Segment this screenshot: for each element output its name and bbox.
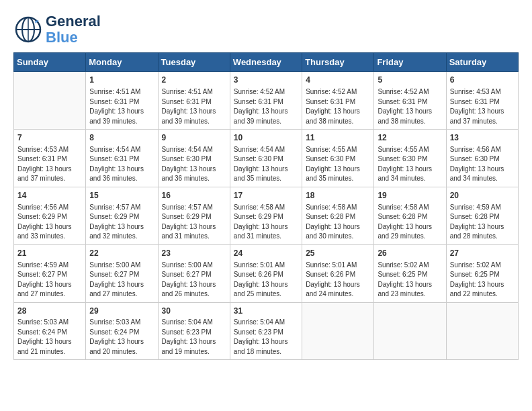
header-monday: Monday <box>86 53 158 72</box>
header-saturday: Saturday <box>446 53 518 72</box>
day-info: Sunrise: 4:58 AM Sunset: 6:29 PM Dayligh… <box>234 203 298 242</box>
calendar-cell: 1Sunrise: 4:51 AM Sunset: 6:31 PM Daylig… <box>86 72 158 130</box>
day-number: 20 <box>450 190 515 201</box>
calendar-cell: 14Sunrise: 4:56 AM Sunset: 6:29 PM Dayli… <box>14 187 86 244</box>
calendar-cell: 16Sunrise: 4:57 AM Sunset: 6:29 PM Dayli… <box>158 187 230 244</box>
calendar-cell <box>14 72 86 130</box>
logo-general: General <box>46 13 101 30</box>
day-number: 4 <box>306 75 370 86</box>
day-info: Sunrise: 4:58 AM Sunset: 6:28 PM Dayligh… <box>378 203 442 242</box>
day-number: 18 <box>306 190 370 201</box>
day-info: Sunrise: 4:52 AM Sunset: 6:31 PM Dayligh… <box>306 87 370 126</box>
day-info: Sunrise: 4:53 AM Sunset: 6:31 PM Dayligh… <box>17 145 82 184</box>
day-number: 11 <box>306 132 370 144</box>
day-info: Sunrise: 5:01 AM Sunset: 6:26 PM Dayligh… <box>306 261 370 300</box>
day-number: 7 <box>17 132 82 144</box>
calendar-cell: 15Sunrise: 4:57 AM Sunset: 6:29 PM Dayli… <box>86 187 158 244</box>
day-info: Sunrise: 4:55 AM Sunset: 6:30 PM Dayligh… <box>306 145 370 184</box>
header-sunday: Sunday <box>14 53 86 72</box>
day-number: 16 <box>162 190 226 201</box>
calendar-cell: 8Sunrise: 4:54 AM Sunset: 6:31 PM Daylig… <box>86 130 158 187</box>
day-number: 5 <box>378 75 442 86</box>
day-info: Sunrise: 4:56 AM Sunset: 6:29 PM Dayligh… <box>17 203 82 242</box>
day-info: Sunrise: 4:51 AM Sunset: 6:31 PM Dayligh… <box>162 87 226 126</box>
calendar-week-2: 7Sunrise: 4:53 AM Sunset: 6:31 PM Daylig… <box>14 130 519 187</box>
day-number: 8 <box>89 132 154 144</box>
day-number: 25 <box>306 248 370 259</box>
day-number: 29 <box>89 306 154 317</box>
day-info: Sunrise: 5:00 AM Sunset: 6:27 PM Dayligh… <box>89 261 154 300</box>
day-number: 17 <box>234 190 298 201</box>
day-number: 22 <box>89 248 154 259</box>
day-info: Sunrise: 4:57 AM Sunset: 6:29 PM Dayligh… <box>162 203 226 242</box>
day-info: Sunrise: 5:02 AM Sunset: 6:25 PM Dayligh… <box>378 261 442 300</box>
calendar-cell: 25Sunrise: 5:01 AM Sunset: 6:26 PM Dayli… <box>302 244 374 302</box>
day-number: 27 <box>450 248 515 259</box>
day-number: 10 <box>234 132 298 144</box>
calendar-cell: 29Sunrise: 5:03 AM Sunset: 6:24 PM Dayli… <box>86 302 158 360</box>
calendar-cell: 5Sunrise: 4:52 AM Sunset: 6:31 PM Daylig… <box>374 72 446 130</box>
day-info: Sunrise: 4:57 AM Sunset: 6:29 PM Dayligh… <box>89 203 154 242</box>
calendar-cell <box>374 302 446 360</box>
day-info: Sunrise: 5:02 AM Sunset: 6:25 PM Dayligh… <box>450 261 515 300</box>
day-number: 3 <box>234 75 298 86</box>
calendar-cell: 22Sunrise: 5:00 AM Sunset: 6:27 PM Dayli… <box>86 244 158 302</box>
day-number: 15 <box>89 190 154 201</box>
calendar-cell: 9Sunrise: 4:54 AM Sunset: 6:30 PM Daylig… <box>158 130 230 187</box>
calendar-cell: 3Sunrise: 4:52 AM Sunset: 6:31 PM Daylig… <box>230 72 302 130</box>
calendar-cell: 24Sunrise: 5:01 AM Sunset: 6:26 PM Dayli… <box>230 244 302 302</box>
calendar-cell: 30Sunrise: 5:04 AM Sunset: 6:23 PM Dayli… <box>158 302 230 360</box>
calendar-cell: 17Sunrise: 4:58 AM Sunset: 6:29 PM Dayli… <box>230 187 302 244</box>
calendar-cell: 19Sunrise: 4:58 AM Sunset: 6:28 PM Dayli… <box>374 187 446 244</box>
logo-blue: Blue <box>46 30 101 46</box>
calendar-table: SundayMondayTuesdayWednesdayThursdayFrid… <box>13 52 519 360</box>
header-friday: Friday <box>374 53 446 72</box>
calendar-cell: 6Sunrise: 4:53 AM Sunset: 6:31 PM Daylig… <box>446 72 518 130</box>
calendar-week-4: 21Sunrise: 4:59 AM Sunset: 6:27 PM Dayli… <box>14 244 519 302</box>
calendar-cell: 27Sunrise: 5:02 AM Sunset: 6:25 PM Dayli… <box>446 244 518 302</box>
calendar-cell <box>446 302 518 360</box>
day-number: 12 <box>378 132 442 144</box>
day-number: 21 <box>17 248 82 259</box>
day-number: 30 <box>162 306 226 317</box>
day-info: Sunrise: 5:04 AM Sunset: 6:23 PM Dayligh… <box>234 318 298 357</box>
calendar-cell: 18Sunrise: 4:58 AM Sunset: 6:28 PM Dayli… <box>302 187 374 244</box>
calendar-week-1: 1Sunrise: 4:51 AM Sunset: 6:31 PM Daylig… <box>14 72 519 130</box>
day-number: 31 <box>234 306 298 317</box>
day-info: Sunrise: 5:03 AM Sunset: 6:24 PM Dayligh… <box>17 318 82 357</box>
calendar-week-5: 28Sunrise: 5:03 AM Sunset: 6:24 PM Dayli… <box>14 302 519 360</box>
calendar-cell: 10Sunrise: 4:54 AM Sunset: 6:30 PM Dayli… <box>230 130 302 187</box>
calendar-week-3: 14Sunrise: 4:56 AM Sunset: 6:29 PM Dayli… <box>14 187 519 244</box>
day-info: Sunrise: 5:00 AM Sunset: 6:27 PM Dayligh… <box>162 261 226 300</box>
day-info: Sunrise: 4:54 AM Sunset: 6:30 PM Dayligh… <box>162 145 226 184</box>
day-number: 13 <box>450 132 515 144</box>
calendar-cell: 11Sunrise: 4:55 AM Sunset: 6:30 PM Dayli… <box>302 130 374 187</box>
header-tuesday: Tuesday <box>158 53 230 72</box>
calendar-cell: 2Sunrise: 4:51 AM Sunset: 6:31 PM Daylig… <box>158 72 230 130</box>
day-info: Sunrise: 4:58 AM Sunset: 6:28 PM Dayligh… <box>306 203 370 242</box>
day-info: Sunrise: 4:52 AM Sunset: 6:31 PM Dayligh… <box>234 87 298 126</box>
day-number: 9 <box>162 132 226 144</box>
calendar-cell: 20Sunrise: 4:59 AM Sunset: 6:28 PM Dayli… <box>446 187 518 244</box>
day-info: Sunrise: 5:04 AM Sunset: 6:23 PM Dayligh… <box>162 318 226 357</box>
calendar-cell: 26Sunrise: 5:02 AM Sunset: 6:25 PM Dayli… <box>374 244 446 302</box>
day-number: 24 <box>234 248 298 259</box>
calendar-cell: 23Sunrise: 5:00 AM Sunset: 6:27 PM Dayli… <box>158 244 230 302</box>
header-thursday: Thursday <box>302 53 374 72</box>
day-info: Sunrise: 4:52 AM Sunset: 6:31 PM Dayligh… <box>378 87 442 126</box>
page-header: General Blue <box>13 13 519 46</box>
day-number: 19 <box>378 190 442 201</box>
day-number: 6 <box>450 75 515 86</box>
calendar-cell: 4Sunrise: 4:52 AM Sunset: 6:31 PM Daylig… <box>302 72 374 130</box>
day-info: Sunrise: 4:54 AM Sunset: 6:30 PM Dayligh… <box>234 145 298 184</box>
calendar-cell: 28Sunrise: 5:03 AM Sunset: 6:24 PM Dayli… <box>14 302 86 360</box>
day-info: Sunrise: 4:53 AM Sunset: 6:31 PM Dayligh… <box>450 87 515 126</box>
day-number: 14 <box>17 190 82 201</box>
calendar-cell: 21Sunrise: 4:59 AM Sunset: 6:27 PM Dayli… <box>14 244 86 302</box>
day-info: Sunrise: 4:56 AM Sunset: 6:30 PM Dayligh… <box>450 145 515 184</box>
logo: General Blue <box>13 13 101 46</box>
day-number: 26 <box>378 248 442 259</box>
day-info: Sunrise: 4:51 AM Sunset: 6:31 PM Dayligh… <box>89 87 154 126</box>
calendar-cell: 7Sunrise: 4:53 AM Sunset: 6:31 PM Daylig… <box>14 130 86 187</box>
day-number: 28 <box>17 306 82 317</box>
